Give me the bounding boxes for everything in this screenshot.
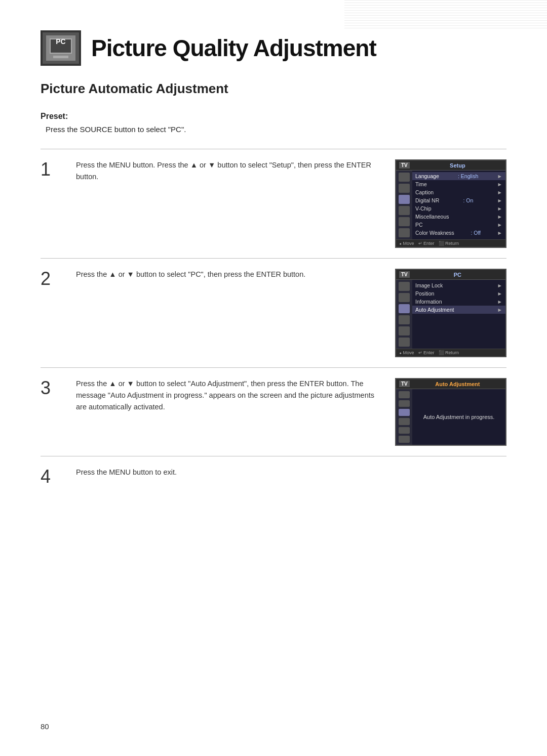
sidebar-icon-2	[399, 184, 410, 193]
page-number: 80	[41, 722, 49, 731]
menu-item-time: Time►	[412, 180, 505, 188]
footer-enter: ↵ Enter	[418, 241, 435, 246]
step-1-number: 1	[41, 159, 61, 179]
sidebar3-icon-4	[399, 418, 410, 425]
sidebar-icon-1	[399, 173, 410, 182]
tv-label-2: TV	[399, 271, 410, 278]
setup-menu-items: Language: English► Time► Caption► Digita…	[412, 171, 505, 239]
pc-footer: ⬥ Move ↵ Enter ⬛ Return	[396, 349, 505, 356]
tv-label-1: TV	[399, 162, 410, 169]
tv-label-3: TV	[399, 381, 410, 387]
pc-menu-items: Image Lock► Position► Information► Auto …	[412, 280, 505, 349]
steps-container: 1 Press the MENU button. Press the ▲ or …	[41, 149, 506, 496]
sidebar-icon-3	[399, 195, 410, 204]
pc-title: PC	[413, 272, 502, 278]
auto-adj-message: Auto Adjustment in progress.	[423, 414, 495, 420]
sidebar3-icon-5	[399, 427, 410, 434]
tv-sidebar-3	[396, 389, 412, 445]
step-2-number: 2	[41, 269, 61, 288]
setup-screen: TV Setup	[395, 159, 506, 248]
sidebar3-icon-6	[399, 436, 410, 443]
sidebar3-icon-2	[399, 400, 410, 407]
pc-menu-image-lock: Image Lock►	[412, 281, 505, 289]
pc-screen: TV PC	[395, 269, 506, 357]
menu-item-color-weakness: Color Weakness: Off►	[412, 229, 505, 237]
step-3-number: 3	[41, 378, 61, 397]
auto-adj-screen: TV Auto Adjustment Auto	[395, 378, 506, 446]
step-2-text: Press the ▲ or ▼ button to select "PC", …	[76, 269, 380, 280]
step-1-image: TV Setup	[395, 159, 506, 248]
sidebar2-icon-5	[399, 326, 410, 335]
page-header: PC Picture Quality Adjustment	[41, 30, 506, 66]
step-3-text: Press the ▲ or ▼ button to select "Auto …	[76, 378, 380, 413]
pc-icon: PC	[41, 30, 81, 66]
page-title: Picture Quality Adjustment	[91, 34, 376, 62]
pc-footer-return: ⬛ Return	[439, 350, 459, 355]
step-1-text: Press the MENU button. Press the ▲ or ▼ …	[76, 159, 380, 183]
pc-menu-position: Position►	[412, 289, 505, 298]
pc-footer-enter: ↵ Enter	[418, 350, 435, 355]
step-3: 3 Press the ▲ or ▼ button to select "Aut…	[41, 367, 506, 456]
sidebar3-icon-1	[399, 391, 410, 398]
step-2: 2 Press the ▲ or ▼ button to select "PC"…	[41, 258, 506, 367]
menu-item-digital-nr: Digital NR: On►	[412, 196, 505, 204]
menu-item-vchip: V-Chip►	[412, 204, 505, 213]
menu-item-misc: Miscellaneous►	[412, 213, 505, 221]
sidebar-icon-4	[399, 206, 410, 215]
section-title: Picture Automatic Adjustment	[41, 81, 506, 97]
menu-item-caption: Caption►	[412, 188, 505, 196]
step-4-number: 4	[41, 467, 61, 486]
sidebar2-icon-3	[399, 304, 410, 313]
step-4: 4 Press the MENU button to exit.	[41, 456, 506, 496]
pc-menu-auto-adjustment: Auto Adjustment►	[412, 306, 505, 314]
sidebar3-icon-3	[399, 409, 410, 416]
preset-bullet: Press the SOURCE button to select "PC".	[46, 125, 506, 134]
sidebar-icon-6	[399, 228, 410, 237]
auto-adj-content: Auto Adjustment in progress.	[412, 389, 505, 445]
footer-return: ⬛ Return	[439, 241, 459, 246]
preset-label: Preset:	[41, 112, 506, 121]
pc-footer-move: ⬥ Move	[399, 350, 414, 355]
auto-adj-title: Auto Adjustment	[413, 381, 502, 387]
tv-sidebar-1	[396, 171, 412, 239]
step-3-image: TV Auto Adjustment Auto	[395, 378, 506, 446]
icon-pc-label: PC	[56, 37, 65, 46]
menu-item-pc: PC►	[412, 221, 505, 229]
footer-move: ⬥ Move	[399, 241, 414, 246]
setup-title: Setup	[413, 162, 502, 169]
step-4-text: Press the MENU button to exit.	[76, 467, 506, 478]
menu-item-language: Language: English►	[412, 172, 505, 180]
sidebar2-icon-2	[399, 293, 410, 302]
sidebar2-icon-6	[399, 338, 410, 347]
step-2-image: TV PC	[395, 269, 506, 357]
sidebar-icon-5	[399, 217, 410, 226]
tv-sidebar-2	[396, 280, 412, 349]
sidebar2-icon-4	[399, 315, 410, 324]
sidebar2-icon-1	[399, 282, 410, 291]
setup-footer: ⬥ Move ↵ Enter ⬛ Return	[396, 239, 505, 247]
step-1: 1 Press the MENU button. Press the ▲ or …	[41, 149, 506, 258]
pc-menu-information: Information►	[412, 298, 505, 306]
